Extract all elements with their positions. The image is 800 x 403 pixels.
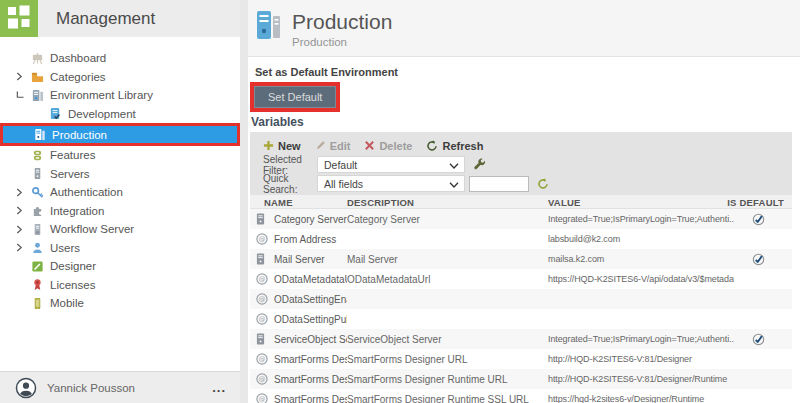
users-icon (30, 241, 45, 254)
sidebar-item-environment-library[interactable]: Environment Library (0, 86, 240, 105)
authentication-icon (30, 186, 45, 199)
sidebar-item-integration[interactable]: Integration (0, 202, 240, 221)
table-row[interactable]: @ODataSettingPubl... (250, 309, 792, 329)
categories-icon (30, 70, 45, 83)
cell-description: SmartForms Designer Runtime URL (347, 374, 548, 385)
at-field-icon: @ (256, 233, 274, 245)
user-avatar-icon (15, 377, 37, 399)
chevron-down-icon (449, 159, 459, 171)
server-icon (256, 333, 274, 345)
sidebar-item-label: Features (50, 149, 95, 161)
chevron-right-icon[interactable] (16, 188, 30, 197)
table-body: Category ServerCategory ServerIntegrated… (250, 209, 792, 403)
cell-name: ODataMetadataUrl (274, 274, 347, 285)
sidebar-item-dashboard[interactable]: Dashboard (0, 49, 240, 68)
column-header-description[interactable]: DESCRIPTION (347, 197, 414, 208)
at-field-icon: @ (256, 293, 274, 305)
sidebar-item-development[interactable]: Development (0, 105, 240, 124)
integration-icon (30, 204, 45, 217)
table-row[interactable]: @SmartForms Desi...SmartForms Designer U… (250, 349, 792, 369)
cell-name: SmartForms Desi... (274, 374, 347, 385)
designer-icon (30, 260, 45, 273)
sidebar-item-categories[interactable]: Categories (0, 68, 240, 87)
delete-x-icon (364, 140, 375, 151)
chevron-right-icon[interactable] (16, 225, 30, 234)
quick-search-input[interactable] (469, 176, 529, 192)
sidebar-item-designer[interactable]: Designer (0, 257, 240, 276)
table-row[interactable]: @ODataSettingEna... (250, 289, 792, 309)
mobile-icon (30, 297, 45, 310)
table-row[interactable]: @ODataMetadataUrlODataMetadataUrlhttps:/… (250, 269, 792, 289)
sidebar-header: Management (0, 0, 240, 37)
cell-value: Integrated=True;IsPrimaryLogin=True;Auth… (548, 334, 734, 344)
environment-library-icon (30, 89, 45, 102)
at-field-icon: @ (256, 373, 274, 385)
chevron-right-icon[interactable] (16, 243, 30, 252)
table-row[interactable]: Mail ServerMail Servermailsa.k2.com (250, 249, 792, 269)
new-button[interactable]: New (263, 140, 301, 152)
chevron-right-icon[interactable] (16, 72, 30, 81)
licenses-icon (30, 278, 45, 291)
workflow-server-icon (30, 223, 45, 236)
at-field-icon: @ (256, 353, 274, 365)
sidebar-item-licenses[interactable]: Licenses (0, 276, 240, 295)
is-default-check-icon (734, 213, 792, 226)
cell-value: mailsa.k2.com (548, 254, 734, 264)
user-bar[interactable]: Yannick Pousson ... (0, 371, 240, 403)
filter-settings-wrench-icon[interactable] (473, 158, 486, 171)
cell-name: Mail Server (274, 254, 347, 265)
chevron-right-icon[interactable] (16, 206, 30, 215)
edit-button[interactable]: Edit (315, 140, 351, 152)
table-row[interactable]: @SmartForms Desi...SmartForms Designer R… (250, 369, 792, 389)
page-title: Production (292, 10, 392, 34)
sidebar-item-label: Categories (50, 71, 106, 83)
environment-icon (256, 10, 282, 44)
sidebar-item-authentication[interactable]: Authentication (0, 183, 240, 202)
table-row[interactable]: @SmartForms Desi...SmartForms Designer R… (250, 389, 792, 403)
sidebar-item-users[interactable]: Users (0, 239, 240, 258)
table-row[interactable]: @From Addresslabsbuild@k2.com (250, 229, 792, 249)
sidebar-item-label: Mobile (50, 297, 84, 309)
development-icon (48, 107, 63, 120)
sidebar-item-label: Workflow Server (50, 223, 134, 235)
sidebar-item-servers[interactable]: Servers (0, 165, 240, 184)
delete-button[interactable]: Delete (364, 140, 412, 152)
sidebar-item-label: Environment Library (50, 89, 153, 101)
sidebar-titlebar: Management (38, 0, 240, 37)
cell-value: http://HQD-K2SITES6-V:81/Designer/Runtim… (548, 374, 734, 384)
sidebar-item-features[interactable]: Features (0, 146, 240, 165)
sidebar-item-label: Users (50, 242, 80, 254)
chevron-expanded-icon[interactable] (16, 91, 30, 99)
search-refresh-icon[interactable] (537, 178, 549, 190)
user-menu-ellipsis[interactable]: ... (212, 380, 226, 395)
sidebar-item-label: Licenses (50, 279, 95, 291)
cell-name: ODataSettingPubl... (274, 314, 347, 325)
selected-filter-dropdown[interactable]: Default (317, 156, 465, 173)
column-header-is-default[interactable]: IS DEFAULT (727, 197, 784, 208)
cell-description: Mail Server (347, 254, 548, 265)
sidebar-item-label: Production (52, 129, 107, 141)
quick-search-label: Quick Search: (263, 173, 317, 195)
refresh-icon (426, 140, 438, 152)
quick-search-field-dropdown[interactable]: All fields (317, 175, 465, 192)
sidebar-item-mobile[interactable]: Mobile (0, 294, 240, 313)
column-header-name[interactable]: NAME (264, 197, 293, 208)
sidebar-item-production[interactable]: Production (0, 123, 240, 146)
svg-text:@: @ (259, 375, 266, 383)
table-row[interactable]: Category ServerCategory ServerIntegrated… (250, 209, 792, 229)
variables-toolbar: New Edit Delete Refresh Selected Filter: (250, 132, 792, 195)
table-row[interactable]: ServiceObject Ser...ServiceObject Server… (250, 329, 792, 349)
set-default-button[interactable]: Set Default (254, 86, 336, 108)
sidebar-item-workflow-server[interactable]: Workflow Server (0, 220, 240, 239)
cell-value: labsbuild@k2.com (548, 234, 734, 244)
cell-name: Category Server (274, 214, 347, 225)
refresh-button[interactable]: Refresh (426, 140, 483, 152)
servers-icon (30, 167, 45, 180)
pencil-icon (315, 140, 326, 151)
dashboard-icon (30, 52, 45, 65)
app-grid-logo-icon[interactable] (0, 0, 38, 37)
app-title: Management (38, 9, 155, 29)
column-header-value[interactable]: VALUE (548, 197, 581, 208)
plus-icon (263, 140, 274, 151)
cell-value: http://HQD-K2SITES6-V:81/Designer (548, 354, 734, 364)
